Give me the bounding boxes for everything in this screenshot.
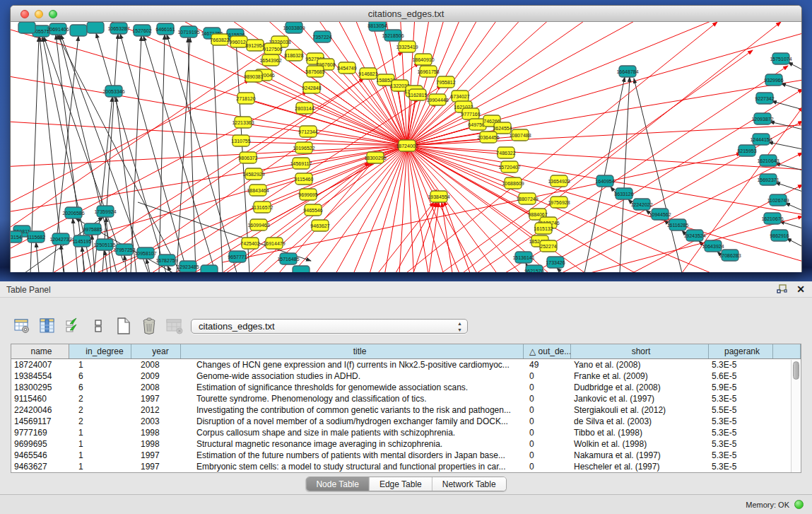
column-header-filler [773,344,801,358]
svg-text:13654923: 13654923 [548,179,570,184]
svg-text:1145195: 1145195 [73,239,92,244]
svg-text:8813054: 8813054 [367,23,387,28]
column-header-name[interactable]: name [11,344,69,358]
cell-short: Dudbridge et al. (2008) [571,382,709,393]
svg-text:1733426: 1733426 [546,260,565,265]
svg-text:20053346: 20053346 [102,89,124,94]
cell-in_degree: 1 [69,438,131,450]
cell-out_degree: 0 [524,438,571,450]
svg-text:3624554: 3624554 [493,126,512,131]
cell-name: 22420046 [11,404,69,416]
column-header-out-degree[interactable]: △ out_de... [524,344,571,358]
table-row[interactable]: 2242004622012Investigating the contribut… [11,404,801,416]
cell-title: Changes of HCN gene expression and I(f) … [181,359,524,370]
table-row[interactable]: 977716911998Corpus callosum shape and si… [11,427,801,438]
svg-text:7663822: 7663822 [210,37,229,42]
graph-node-teal[interactable] [293,266,310,272]
svg-text:18724007: 18724007 [396,144,418,148]
svg-text:15716485: 15716485 [277,257,299,262]
close-panel-icon[interactable]: ✕ [796,284,805,295]
cell-pagerank: 5.3E-5 [709,427,773,438]
svg-text:10653287: 10653287 [107,26,129,31]
svg-text:19384554: 19384554 [428,194,449,199]
graph-node-teal[interactable] [87,22,104,33]
svg-text:8912954: 8912954 [245,43,264,48]
svg-text:18807249: 18807249 [516,197,538,201]
memory-ok-indicator[interactable] [794,500,804,509]
table-row[interactable]: 969969511998Structural magnetic resonanc… [11,438,801,450]
graph-node-teal[interactable] [70,25,87,36]
window-titlebar[interactable]: citations_edges.txt [11,6,801,22]
cell-in_degree: 2 [69,416,131,427]
show-columns-icon[interactable] [38,317,57,335]
table-settings-icon[interactable] [13,317,31,335]
svg-text:7425402: 7425402 [240,241,259,246]
network-graph: 1405571420691406106532871527602646616110… [11,22,801,272]
table-row[interactable]: 946362711997Embryonic stem cells: a mode… [11,461,801,472]
svg-text:19756928: 19756928 [548,200,570,205]
cell-out_degree: 0 [524,404,571,416]
svg-text:19243524: 19243524 [683,233,705,238]
svg-text:9465546: 9465546 [303,208,322,213]
delete-table-icon[interactable] [140,317,158,335]
svg-text:19904448: 19904448 [426,98,448,103]
column-header-title[interactable]: title [181,344,524,358]
svg-text:9777169: 9777169 [461,112,480,117]
svg-text:1162815: 1162815 [408,93,428,98]
table-scrollbar-thumb[interactable] [793,361,799,380]
table-row[interactable]: 1456911722003Disruption of a novel membe… [11,416,801,427]
cell-title: Genome-wide association studies in ADHD. [181,370,524,382]
svg-text:10719195: 10719195 [177,30,199,35]
svg-text:12093872: 12093872 [751,117,773,122]
table-scrollbar[interactable] [791,360,800,472]
cell-short: de Silva et al. (2003) [571,416,709,427]
new-document-icon[interactable] [114,317,133,335]
network-canvas[interactable]: 1405571420691406106532871527602646616110… [11,22,801,272]
cell-pagerank: 5.9E-5 [709,382,773,393]
cell-out_degree: 0 [524,370,571,382]
row-height-icon[interactable] [89,317,107,335]
svg-text:6734027: 6734027 [450,94,469,99]
cell-short: Nakamura et al. (1997) [571,450,709,461]
cell-title: Disruption of a novel member of a sodium… [181,416,524,427]
table-row[interactable]: 911546021997Tourette syndrome. Phenomeno… [11,393,801,404]
select-all-rows-icon[interactable] [64,317,82,335]
memory-status-label: Memory: OK [746,501,789,509]
tab-node-table[interactable]: Node Table [306,477,370,491]
cell-out_degree: 0 [524,427,571,438]
node-table-body: 1872400712008Changes of HCN gene express… [11,359,801,472]
column-header-pagerank[interactable]: pagerank [709,344,773,358]
column-header-in-degree[interactable]: in_degree [69,344,131,358]
svg-text:12505135: 12505135 [93,243,115,247]
svg-text:252274: 252274 [540,244,556,249]
svg-text:12923485: 12923485 [177,264,199,269]
network-view-window[interactable]: citations_edges.txt 14055714206914061065… [10,5,802,272]
svg-text:10688609: 10688609 [502,181,524,186]
tab-network-table[interactable]: Network Table [433,477,506,491]
cell-in_degree: 6 [69,382,131,393]
column-header-short[interactable]: short [571,344,709,358]
table-row[interactable]: 946554611997Estimation of the future num… [11,450,801,461]
svg-text:1640954: 1640954 [595,179,614,184]
cell-pagerank: 5.3E-5 [709,461,773,472]
cell-year: 2008 [131,359,181,370]
svg-text:7486322: 7486322 [496,151,515,156]
table-panel-header[interactable]: Table Panel ✕ [0,281,812,298]
window-title: citations_edges.txt [11,8,801,19]
table-row[interactable]: 1872400712008Changes of HCN gene express… [11,359,801,370]
graph-node-teal[interactable] [201,265,218,272]
tab-edge-table[interactable]: Edge Table [370,477,433,491]
svg-text:17359924: 17359924 [94,209,116,214]
graph-node-teal[interactable] [18,22,35,33]
table-toolbar: ƒ(x) [13,315,209,337]
svg-text:12242022: 12242022 [630,202,652,207]
table-row[interactable]: 1830029562008Estimation of significance … [11,382,801,393]
svg-text:9127506: 9127506 [263,47,282,52]
cell-year: 1998 [131,438,181,450]
column-header-year[interactable]: year [131,344,181,358]
cell-year: 2008 [131,382,181,393]
table-selector-dropdown[interactable]: citations_edges.txt ▲▼ [191,319,468,334]
table-row[interactable]: 1938455462009Genome-wide association stu… [11,370,801,382]
cell-out_degree: 0 [524,416,571,427]
float-panel-icon[interactable] [777,284,788,294]
